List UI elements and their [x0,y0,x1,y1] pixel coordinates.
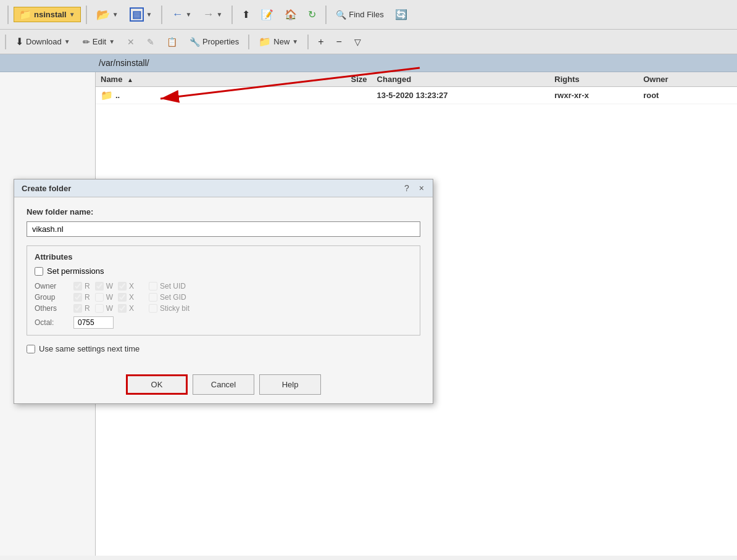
rename-button[interactable]: ✎ [141,35,160,49]
edit-icon: ✏ [83,37,90,47]
properties-icon: 🔧 [189,37,200,47]
folder-name-input[interactable] [27,221,420,237]
dialog-controls: ? × [403,183,425,193]
octal-label: Octal: [35,318,69,327]
current-folder-button[interactable]: 📁 nsinstall ▼ [14,7,81,22]
new-button[interactable]: 📁 New ▼ [253,34,304,49]
owner-x-label: X [129,282,134,290]
home-icon: 🏠 [285,9,297,20]
folder-name-label: nsinstall [34,10,67,19]
edit-file-icon: 📝 [261,9,273,20]
toolbar-separator-2 [86,6,87,24]
add-button[interactable]: + [312,35,329,49]
help-button[interactable]: Help [259,374,321,395]
others-sticky-checkbox[interactable] [149,304,157,313]
octal-input[interactable] [73,316,114,329]
download-label: Download [26,37,62,46]
path-text: /var/nsinstall/ [99,58,149,68]
filter-dropdown: ▼ [146,11,152,18]
new-dropdown: ▼ [292,38,298,45]
back-button[interactable]: ← ▼ [167,6,196,23]
back-dropdown: ▼ [185,11,191,18]
copy-icon: 📋 [167,37,177,47]
sync-icon: 🔄 [395,9,407,20]
group-x-label: X [129,293,134,302]
group-r-label: R [85,293,90,302]
copy-button[interactable]: 📋 [161,35,183,49]
group-w-label: W [106,293,113,302]
others-w-checkbox[interactable] [95,304,104,313]
file-name-text: .. [115,91,120,100]
dialog-titlebar: Create folder ? × [14,179,433,197]
column-name: Name ▲ [101,75,278,84]
edit-button[interactable]: ✏ Edit ▼ [77,35,120,49]
toolbar2-separator-1 [5,35,6,49]
cancel-button[interactable]: Cancel [193,374,254,395]
remove-icon: − [336,36,342,47]
download-dropdown: ▼ [64,38,70,45]
owner-r-checkbox[interactable] [73,282,82,290]
toolbar-separator-1 [7,6,9,24]
refresh-icon: ↻ [308,9,316,20]
same-settings-label: Use same settings next time [39,344,139,353]
others-w-group: W [95,304,113,313]
group-label: Group [35,293,69,302]
owner-x-group: X [118,282,134,290]
move-down-icon: ▽ [354,37,361,47]
owner-r-group: R [73,282,90,290]
edit-file-button[interactable]: 📝 [257,6,278,23]
set-permissions-checkbox[interactable] [35,267,43,276]
add-icon: + [318,36,323,47]
toolbar-1: 📁 nsinstall ▼ 📂 ▼ ▤ ▼ ← ▼ → ▼ ⬆ [0,0,737,30]
group-attr-row: Group R W X Set GID [35,293,412,302]
owner-x-checkbox[interactable] [118,282,127,290]
ok-button[interactable]: OK [126,374,188,395]
set-uid-label: Set UID [160,282,186,290]
properties-button[interactable]: 🔧 Properties [184,35,244,49]
find-files-button[interactable]: 🔍 Find Files [331,7,388,22]
remove-button[interactable]: − [331,35,348,49]
others-r-checkbox[interactable] [73,304,82,313]
refresh-button[interactable]: ↻ [304,6,320,23]
group-w-checkbox[interactable] [95,293,104,302]
toolbar-separator-3 [161,6,162,24]
upload-button[interactable]: ⬆ [238,6,254,23]
group-r-checkbox[interactable] [73,293,82,302]
group-setgid-checkbox[interactable] [149,293,157,302]
table-row[interactable]: 📁 .. 13-5-2020 13:23:27 rwxr-xr-x root [96,87,737,104]
same-settings-checkbox[interactable] [27,345,35,353]
file-rights-cell: rwxr-xr-x [554,91,643,100]
filter-button[interactable]: ▤ ▼ [125,5,157,24]
toolbar2-separator-3 [307,35,309,49]
owner-label: Owner [35,282,69,290]
column-rights: Rights [554,75,643,84]
octal-row: Octal: [35,316,412,329]
dialog-body: New folder name: Attributes Set permissi… [14,197,433,369]
dialog-help-button[interactable]: ? [403,183,410,193]
file-changed-cell: 13-5-2020 13:23:27 [377,91,555,100]
download-button[interactable]: ⬇ Download ▼ [10,34,76,49]
column-owner: Owner [643,75,732,84]
group-x-group: X [118,293,134,302]
delete-button[interactable]: ✕ [122,35,140,49]
move-down-button[interactable]: ▽ [349,35,367,49]
owner-setuid-group: Set UID [149,282,186,290]
search-icon: 🔍 [336,10,346,20]
others-x-group: X [118,304,134,313]
column-size: Size [278,75,377,84]
others-x-checkbox[interactable] [118,304,127,313]
dialog-close-button[interactable]: × [418,183,425,193]
others-sticky-group: Sticky bit [149,304,189,313]
sync-button[interactable]: 🔄 [391,6,412,23]
open-folder-button[interactable]: 📂 ▼ [92,6,123,24]
group-x-checkbox[interactable] [118,293,127,302]
owner-w-label: W [106,282,113,290]
forward-button[interactable]: → ▼ [198,6,227,23]
folder-icon: 📁 [19,9,31,20]
home-button[interactable]: 🏠 [280,6,301,23]
set-permissions-label: Set permissions [47,266,104,276]
owner-w-checkbox[interactable] [95,282,104,290]
find-files-label: Find Files [349,10,383,19]
owner-setuid-checkbox[interactable] [149,282,157,290]
dropdown-arrow-icon: ▼ [69,11,75,18]
